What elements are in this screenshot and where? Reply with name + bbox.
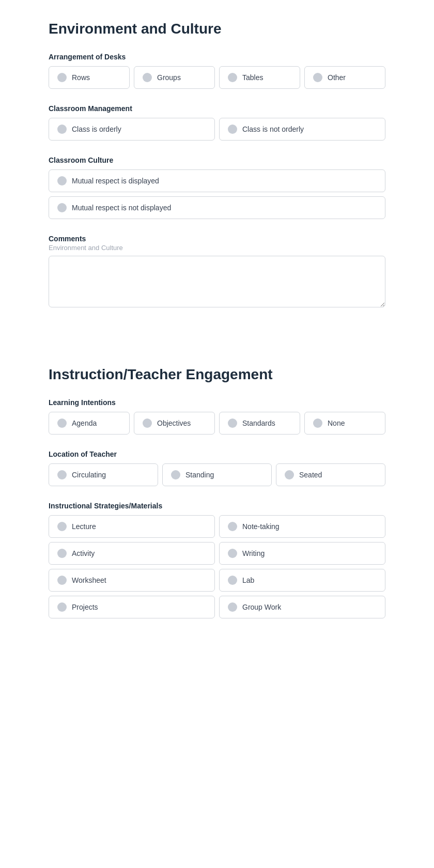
strategy-projects-label: Projects — [72, 603, 98, 611]
section2-title: Instruction/Teacher Engagement — [49, 366, 385, 383]
radio-circle — [57, 419, 67, 428]
strategy-notetaking[interactable]: Note-taking — [219, 515, 385, 538]
section-instruction: Instruction/Teacher Engagement Learning … — [49, 366, 385, 618]
arrangement-groups[interactable]: Groups — [134, 66, 215, 89]
learning-standards-label: Standards — [242, 419, 275, 427]
learning-objectives-label: Objectives — [157, 419, 191, 427]
learning-objectives[interactable]: Objectives — [134, 412, 215, 435]
arrangement-group: Arrangement of Desks Rows Groups Tables … — [49, 53, 385, 89]
learning-standards[interactable]: Standards — [219, 412, 300, 435]
strategy-lab-label: Lab — [242, 576, 254, 584]
radio-circle — [228, 73, 237, 82]
strategy-notetaking-label: Note-taking — [242, 522, 280, 531]
radio-circle — [313, 73, 322, 82]
culture-label: Classroom Culture — [49, 156, 385, 164]
arrangement-options: Rows Groups Tables Other — [49, 66, 385, 89]
strategy-activity[interactable]: Activity — [49, 542, 215, 565]
radio-circle — [313, 419, 322, 428]
learning-options: Agenda Objectives Standards None — [49, 412, 385, 435]
location-standing-label: Standing — [185, 471, 214, 479]
arrangement-rows-label: Rows — [72, 73, 90, 82]
radio-circle — [171, 470, 180, 479]
location-options: Circulating Standing Seated — [49, 463, 385, 486]
strategy-lecture[interactable]: Lecture — [49, 515, 215, 538]
arrangement-other[interactable]: Other — [304, 66, 385, 89]
strategy-activity-label: Activity — [72, 549, 95, 557]
location-circulating[interactable]: Circulating — [49, 463, 158, 486]
location-seated-label: Seated — [299, 471, 322, 479]
strategy-writing[interactable]: Writing — [219, 542, 385, 565]
strategies-label: Instructional Strategies/Materials — [49, 502, 385, 510]
management-not-orderly-label: Class is not orderly — [242, 125, 304, 133]
learning-agenda[interactable]: Agenda — [49, 412, 130, 435]
location-standing[interactable]: Standing — [162, 463, 272, 486]
radio-circle — [285, 470, 294, 479]
comments-subtitle: Environment and Culture — [49, 244, 385, 252]
strategies-options: Lecture Note-taking Activity Writing Wor… — [49, 515, 385, 618]
strategy-worksheet-label: Worksheet — [72, 576, 106, 584]
radio-circle — [228, 549, 237, 558]
radio-circle — [228, 419, 237, 428]
strategy-group-work-label: Group Work — [242, 603, 281, 611]
culture-options: Mutual respect is displayed Mutual respe… — [49, 169, 385, 219]
learning-none-label: None — [328, 419, 345, 427]
location-circulating-label: Circulating — [72, 471, 106, 479]
strategy-lab[interactable]: Lab — [219, 569, 385, 592]
radio-circle — [57, 73, 67, 82]
culture-respect-yes-label: Mutual respect is displayed — [72, 177, 159, 185]
radio-circle — [57, 125, 67, 134]
radio-circle — [228, 576, 237, 585]
location-label: Location of Teacher — [49, 450, 385, 458]
radio-circle — [57, 203, 67, 212]
learning-none[interactable]: None — [304, 412, 385, 435]
arrangement-tables-label: Tables — [242, 73, 263, 82]
radio-circle — [57, 176, 67, 185]
location-seated[interactable]: Seated — [276, 463, 385, 486]
management-not-orderly[interactable]: Class is not orderly — [219, 118, 385, 141]
radio-circle — [228, 602, 237, 612]
arrangement-other-label: Other — [328, 73, 346, 82]
management-label: Classroom Management — [49, 104, 385, 113]
comments-textarea[interactable] — [49, 256, 385, 307]
culture-respect-no[interactable]: Mutual respect is not displayed — [49, 196, 385, 219]
radio-circle — [57, 522, 67, 531]
strategy-lecture-label: Lecture — [72, 522, 96, 531]
arrangement-groups-label: Groups — [157, 73, 181, 82]
strategy-group-work[interactable]: Group Work — [219, 596, 385, 618]
radio-circle — [57, 549, 67, 558]
radio-circle — [228, 522, 237, 531]
radio-circle — [143, 419, 152, 428]
management-orderly[interactable]: Class is orderly — [49, 118, 215, 141]
arrangement-label: Arrangement of Desks — [49, 53, 385, 61]
management-orderly-label: Class is orderly — [72, 125, 121, 133]
radio-circle — [57, 576, 67, 585]
page-container: Environment and Culture Arrangement of D… — [0, 0, 434, 655]
location-group: Location of Teacher Circulating Standing… — [49, 450, 385, 486]
comments-group: Comments Environment and Culture — [49, 235, 385, 309]
learning-agenda-label: Agenda — [72, 419, 97, 427]
strategy-writing-label: Writing — [242, 549, 265, 557]
radio-circle — [228, 125, 237, 134]
radio-circle — [57, 470, 67, 479]
section-divider — [49, 325, 385, 366]
comments-label: Comments — [49, 235, 385, 243]
management-group: Classroom Management Class is orderly Cl… — [49, 104, 385, 141]
strategies-group: Instructional Strategies/Materials Lectu… — [49, 502, 385, 618]
learning-label: Learning Intentions — [49, 398, 385, 407]
learning-group: Learning Intentions Agenda Objectives St… — [49, 398, 385, 435]
culture-group: Classroom Culture Mutual respect is disp… — [49, 156, 385, 219]
radio-circle — [57, 602, 67, 612]
radio-circle — [143, 73, 152, 82]
arrangement-rows[interactable]: Rows — [49, 66, 130, 89]
arrangement-tables[interactable]: Tables — [219, 66, 300, 89]
management-options: Class is orderly Class is not orderly — [49, 118, 385, 141]
culture-respect-yes[interactable]: Mutual respect is displayed — [49, 169, 385, 192]
strategy-projects[interactable]: Projects — [49, 596, 215, 618]
section1-title: Environment and Culture — [49, 21, 385, 37]
section-environment: Environment and Culture Arrangement of D… — [49, 21, 385, 309]
strategy-worksheet[interactable]: Worksheet — [49, 569, 215, 592]
culture-respect-no-label: Mutual respect is not displayed — [72, 204, 171, 212]
